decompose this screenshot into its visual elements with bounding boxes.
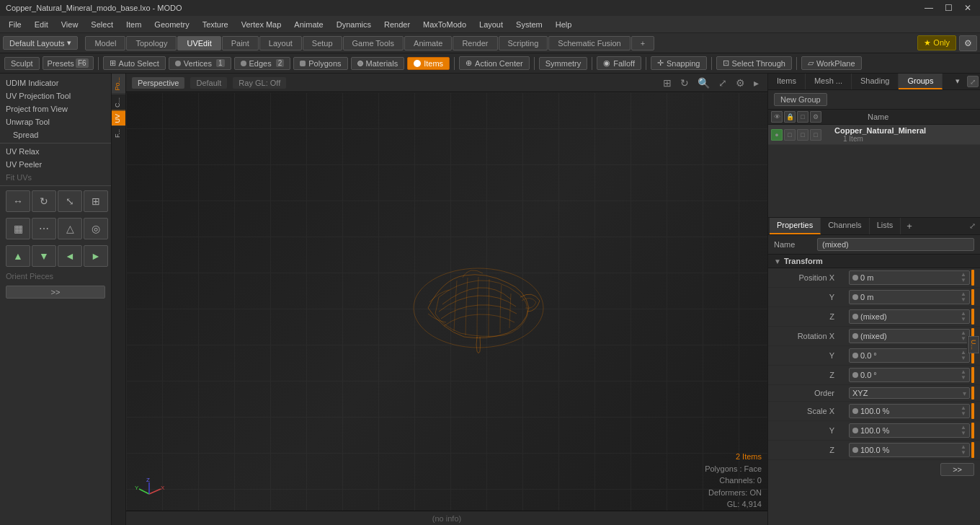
menu-help[interactable]: Help bbox=[550, 19, 578, 30]
tool-spread[interactable]: Spread bbox=[0, 128, 111, 141]
item-eye-icon[interactable]: ● bbox=[771, 129, 783, 141]
scene-expand-button[interactable]: ⤢ bbox=[967, 76, 979, 87]
scale-x-field[interactable]: 100.0 % ▲ ▼ bbox=[849, 404, 970, 418]
tab-uvedit[interactable]: UVEdit bbox=[177, 36, 220, 50]
tab-scripting[interactable]: Scripting bbox=[499, 36, 548, 50]
viewport-default-label[interactable]: Default bbox=[190, 77, 227, 89]
scale-y-field[interactable]: 100.0 % ▲ ▼ bbox=[849, 423, 970, 438]
tab-shading[interactable]: Shading bbox=[852, 74, 899, 89]
menu-item[interactable]: Item bbox=[120, 19, 147, 30]
tab-properties[interactable]: Properties bbox=[770, 218, 821, 234]
presets-button[interactable]: Presets F6 bbox=[43, 56, 94, 70]
left-sidetab-po[interactable]: Po... bbox=[112, 74, 125, 94]
viewport-icon-refresh[interactable]: ↻ bbox=[677, 76, 692, 90]
viewport-raygl-label[interactable]: Ray GL: Off bbox=[233, 77, 286, 89]
prop-execute-button[interactable]: >> bbox=[940, 463, 974, 476]
tab-topology[interactable]: Topology bbox=[126, 36, 177, 50]
tab-paint[interactable]: Paint bbox=[222, 36, 259, 50]
snapping-button[interactable]: ✛ Snapping bbox=[651, 56, 707, 70]
new-group-button[interactable]: New Group bbox=[774, 93, 827, 106]
menu-view[interactable]: View bbox=[55, 19, 84, 30]
arrow-up[interactable]: ▲ bbox=[6, 245, 30, 267]
pos-x-field[interactable]: 0 m ▲ ▼ bbox=[849, 270, 970, 285]
pos-z-field[interactable]: (mixed) ▲ ▼ bbox=[849, 309, 970, 324]
scene-item-copper[interactable]: ● □ □ □ Copper_Natural_Mineral 1 Item bbox=[768, 125, 980, 145]
scale-z-field[interactable]: 100.0 % ▲ ▼ bbox=[849, 443, 970, 457]
tool-icon-grid[interactable]: ▦ bbox=[6, 218, 30, 239]
tool-icon-sphere[interactable]: ◎ bbox=[84, 218, 108, 239]
workplane-button[interactable]: ▱ WorkPlane bbox=[801, 56, 862, 70]
viewport-icon-more[interactable]: ▸ bbox=[751, 76, 762, 90]
vertices-button[interactable]: Vertices 1 bbox=[169, 57, 231, 70]
viewport[interactable]: Perspective Default Ray GL: Off ⊞ ↻ 🔍 ⤢ … bbox=[126, 74, 767, 525]
tool-icon-dots[interactable]: ⋯ bbox=[32, 218, 56, 239]
materials-button[interactable]: Materials bbox=[351, 57, 405, 70]
star-only-button[interactable]: ★ Only bbox=[917, 35, 956, 50]
item-lock-icon[interactable]: □ bbox=[810, 129, 821, 141]
tool-fit-uvs[interactable]: Fit UVs bbox=[0, 171, 111, 184]
maximize-button[interactable]: ☐ bbox=[942, 3, 956, 13]
menu-dynamics[interactable]: Dynamics bbox=[331, 19, 377, 30]
left-sidetab-f[interactable]: F... bbox=[112, 125, 125, 141]
col-icon-settings[interactable]: ⚙ bbox=[810, 111, 821, 123]
menu-texture[interactable]: Texture bbox=[197, 19, 234, 30]
order-dropdown-icon[interactable]: ▾ bbox=[963, 389, 966, 397]
sculpt-button[interactable]: Sculpt bbox=[4, 57, 40, 70]
tool-udim-indicator[interactable]: UDIM Indicator bbox=[0, 76, 111, 89]
arrow-left[interactable]: ◄ bbox=[58, 245, 82, 267]
expand-button[interactable]: >> bbox=[6, 286, 105, 299]
menu-geometry[interactable]: Geometry bbox=[148, 19, 195, 30]
tool-uv-relax[interactable]: UV Relax bbox=[0, 145, 111, 158]
viewport-canvas[interactable]: X Y Z 2 Items Polygons : Face Channels: … bbox=[126, 92, 767, 525]
left-sidetab-c[interactable]: C... bbox=[112, 94, 125, 110]
tab-layout[interactable]: Layout bbox=[259, 36, 302, 50]
tab-render[interactable]: Render bbox=[453, 36, 497, 50]
tool-icon-scale[interactable]: ⤡ bbox=[58, 190, 82, 212]
menu-file[interactable]: File bbox=[3, 19, 27, 30]
viewport-perspective-label[interactable]: Perspective bbox=[132, 77, 184, 89]
tab-groups[interactable]: Groups bbox=[899, 74, 943, 89]
tab-lists[interactable]: Lists bbox=[870, 218, 901, 234]
autoselect-button[interactable]: ⊞ Auto Select bbox=[103, 56, 166, 70]
edges-button[interactable]: Edges 2 bbox=[234, 57, 291, 70]
tool-icon-move[interactable]: ↔ bbox=[6, 190, 30, 212]
col-icon-eye[interactable]: 👁 bbox=[771, 111, 783, 123]
tool-project-from-view[interactable]: Project from View bbox=[0, 102, 111, 115]
menu-maxtomodo[interactable]: MaxToModo bbox=[417, 19, 472, 30]
viewport-icon-grid[interactable]: ⊞ bbox=[660, 76, 674, 90]
scene-tab-dropdown[interactable]: ▾ bbox=[950, 74, 966, 89]
name-field-input[interactable] bbox=[817, 238, 974, 251]
rot-x-field[interactable]: (mixed) ▲ ▼ bbox=[849, 329, 970, 343]
viewport-icon-expand[interactable]: ⤢ bbox=[716, 76, 730, 90]
polygons-button[interactable]: Polygons bbox=[293, 57, 347, 70]
viewport-icon-settings[interactable]: ⚙ bbox=[733, 76, 748, 90]
minimize-button[interactable]: — bbox=[922, 3, 936, 13]
prop-expand-icon[interactable]: ⤢ bbox=[966, 220, 979, 232]
rot-z-field[interactable]: 0.0 ° ▲ ▼ bbox=[849, 368, 970, 382]
close-button[interactable]: ✕ bbox=[961, 3, 974, 13]
tab-model[interactable]: Model bbox=[85, 36, 125, 50]
item-render-icon[interactable]: □ bbox=[784, 129, 796, 141]
rot-y-field[interactable]: 0.0 ° ▲ ▼ bbox=[849, 348, 970, 363]
items-button[interactable]: Items bbox=[407, 57, 450, 70]
menu-vertexmap[interactable]: Vertex Map bbox=[236, 19, 288, 30]
viewport-icon-search[interactable]: 🔍 bbox=[695, 76, 713, 90]
tab-items[interactable]: Items bbox=[768, 74, 806, 89]
tool-uv-projection[interactable]: UV Projection Tool bbox=[0, 89, 111, 102]
arrow-down[interactable]: ▼ bbox=[32, 245, 56, 267]
item-type-icon[interactable]: □ bbox=[797, 129, 808, 141]
transform-header[interactable]: ▼ Transform bbox=[768, 255, 980, 268]
prop-tab-plus[interactable]: + bbox=[901, 218, 918, 234]
pos-y-field[interactable]: 0 m ▲ ▼ bbox=[849, 290, 970, 304]
tab-setup[interactable]: Setup bbox=[303, 36, 342, 50]
tab-gametools[interactable]: Game Tools bbox=[343, 36, 404, 50]
settings-gear-button[interactable]: ⚙ bbox=[959, 35, 977, 51]
tool-icon-rotate[interactable]: ↻ bbox=[32, 190, 56, 212]
tab-animate[interactable]: Animate bbox=[404, 36, 452, 50]
menu-animate[interactable]: Animate bbox=[288, 19, 329, 30]
selectthrough-button[interactable]: ⊡ Select Through bbox=[716, 56, 792, 70]
menu-system[interactable]: System bbox=[510, 19, 548, 30]
menu-layout[interactable]: Layout bbox=[473, 19, 509, 30]
tool-icon-transform[interactable]: ⊞ bbox=[84, 190, 108, 212]
arrow-right[interactable]: ► bbox=[84, 245, 108, 267]
